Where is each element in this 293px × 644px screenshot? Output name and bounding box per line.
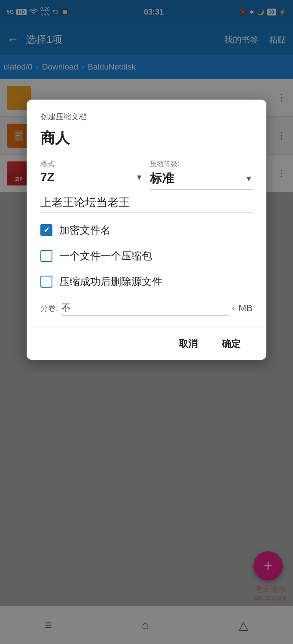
volume-arrow-icon[interactable]: ‹ <box>232 303 235 313</box>
checkbox-one-file-label: 一个文件一个压缩包 <box>59 249 152 263</box>
checkbox-encrypt-filename-row: 加密文件名 <box>40 223 253 237</box>
password-input[interactable] <box>40 196 253 213</box>
volume-input[interactable] <box>61 301 229 316</box>
level-label: 压缩等级: <box>150 160 253 169</box>
checkbox-one-file-row: 一个文件一个压缩包 <box>40 249 253 263</box>
level-select[interactable]: 标准 ▼ <box>150 170 253 190</box>
level-col: 压缩等级: 标准 ▼ <box>150 160 253 190</box>
format-col: 格式: 7Z ▼ <box>40 160 143 187</box>
checkbox-one-file[interactable] <box>40 250 52 262</box>
cancel-button[interactable]: 取消 <box>167 328 210 360</box>
create-archive-dialog: 创建压缩文档 格式: 7Z ▼ 压缩等级: 标准 ▼ 加密文件名 一个文件一个压… <box>27 100 266 360</box>
dialog-title: 创建压缩文档 <box>40 112 253 122</box>
confirm-button[interactable]: 确定 <box>210 328 253 360</box>
archive-name-input[interactable] <box>40 130 253 150</box>
checkbox-encrypt-filename[interactable] <box>40 224 52 236</box>
format-select[interactable]: 7Z ▼ <box>40 170 143 187</box>
checkbox-delete-source-row: 压缩成功后删除源文件 <box>40 275 253 289</box>
volume-row: 分卷: ‹ MB <box>40 301 253 316</box>
level-value: 标准 <box>150 170 174 187</box>
format-label: 格式: <box>40 160 143 169</box>
volume-label: 分卷: <box>40 303 58 313</box>
format-level-row: 格式: 7Z ▼ 压缩等级: 标准 ▼ <box>40 160 253 190</box>
checkbox-encrypt-filename-label: 加密文件名 <box>59 223 111 237</box>
format-arrow-icon: ▼ <box>135 173 143 182</box>
format-value: 7Z <box>40 170 55 184</box>
checkbox-delete-source[interactable] <box>40 276 52 288</box>
volume-unit: MB <box>238 303 253 314</box>
dialog-buttons: 取消 确定 <box>27 328 266 360</box>
level-arrow-icon: ▼ <box>245 174 253 183</box>
checkbox-delete-source-label: 压缩成功后删除源文件 <box>59 275 162 289</box>
